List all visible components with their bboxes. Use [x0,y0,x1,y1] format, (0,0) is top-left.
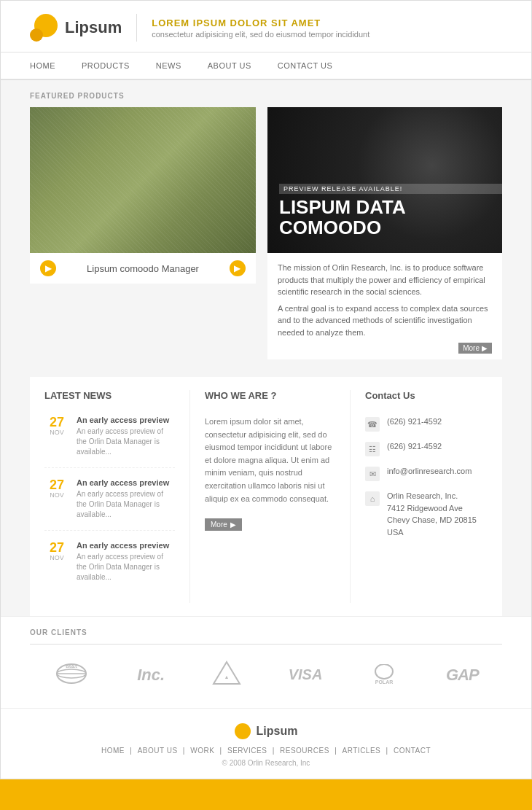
col-contact: Contact Us ☎ (626) 921-4592 ☷ (626) 921-… [351,390,502,603]
hero-title: LISPUM DATA COMOODO [279,197,502,238]
footer-logo-text: Lipsum [257,725,298,738]
featured-desc: The mission of Orlin Research, Inc. is t… [267,253,502,359]
address-icon: ⌂ [365,491,380,506]
news-excerpt-2: An early access preview of the Orlin Dat… [77,489,175,520]
visa-logo: VISA [289,666,323,683]
featured-label: FEATURED PRODUCTS [30,92,502,100]
more-btn[interactable]: More ▶ [458,343,492,354]
featured-grid: ▶ Lipsum comoodo Manager ▶ PREVIEW RELEA… [30,107,502,359]
svg-text:▲: ▲ [224,674,229,679]
news-month-3: NOV [44,554,69,561]
nav-home[interactable]: HOME [30,52,69,79]
contact-address: Orlin Research, Inc. 7412 Ridgewood Ave … [387,490,477,538]
logo-text: Lipsum [65,18,122,37]
contact-email-item: ✉ info@orlinresearch.com [365,465,488,481]
caption-text: Lipsum comoodo Manager [87,263,199,274]
footer-nav-resources[interactable]: RESOURCES [280,747,329,755]
contact-email: info@orlinresearch.com [387,465,472,478]
news-day-2: 27 [44,478,69,491]
news-date-2: 27 NOV [44,478,69,520]
footer-nav-articles[interactable]: ARTICLES [343,747,381,755]
svg-text:at&t: at&t [66,663,78,669]
gap-logo: GAP [446,666,479,685]
polar-logo: POLAR [369,664,399,686]
news-item-1: 27 NOV An early access preview An early … [44,416,175,468]
footer-logo: Lipsum [30,723,502,739]
tagline-title: LOREM IPSUM DOLOR SIT AMET [152,17,369,28]
featured-caption: ▶ Lipsum comoodo Manager ▶ [30,253,256,284]
arrow-logo: ▲ [212,661,241,689]
page-wrapper: Lipsum LOREM IPSUM DOLOR SIT AMET consec… [0,0,532,810]
footer-copyright: © 2008 Orlin Research, Inc [30,759,502,767]
hero-text-overlay: PREVIEW RELEASE AVAILABLE! LISPUM DATA C… [279,184,502,238]
news-item-3: 27 NOV An early access preview An early … [44,541,175,593]
logo-area: Lipsum [30,14,137,42]
site-wrapper: Lipsum LOREM IPSUM DOLOR SIT AMET consec… [0,0,532,779]
news-content-2: An early access preview An early access … [77,478,175,520]
who-more-btn[interactable]: More ▶ [205,518,242,531]
email-icon: ✉ [365,467,380,481]
news-date-1: 27 NOV [44,416,69,457]
featured-left: ▶ Lipsum comoodo Manager ▶ [30,107,256,359]
footer-nav-about[interactable]: ABOUT US [138,747,178,755]
who-text: Lorem ipsum dolor sit amet, consectetur … [205,416,335,505]
news-month-2: NOV [44,491,69,499]
fax-icon: ☷ [365,442,380,456]
nav-about[interactable]: ABOUT US [195,52,265,79]
col-news: LATEST NEWS 27 NOV An early access previ… [30,390,190,603]
prev-arrow[interactable]: ▶ [40,260,56,276]
news-content-3: An early access preview An early access … [77,541,175,583]
arrow-icon: ▲ [212,661,241,686]
news-title-1: An early access preview [77,416,175,424]
clients-label: OUR CLIENTS [30,628,502,636]
featured-wrapper: FEATURED PRODUCTS ▶ Lipsum comoodo Manag… [1,80,531,359]
news-date-3: 27 NOV [44,541,69,583]
three-cols: LATEST NEWS 27 NOV An early access previ… [30,377,502,616]
footer-logo-circle [235,723,251,739]
clients-section: OUR CLIENTS at&t Inc. [1,616,531,708]
news-day-1: 27 [44,416,69,429]
header-tagline: LOREM IPSUM DOLOR SIT AMET consectetur a… [152,17,369,39]
news-title: LATEST NEWS [44,390,175,405]
contact-phone-item: ☎ (626) 921-4592 [365,416,488,432]
hero-badge: PREVIEW RELEASE AVAILABLE! [279,184,502,194]
nav-products[interactable]: PRODUCTS [69,52,143,79]
footer-nav-home[interactable]: HOME [101,747,125,755]
news-day-3: 27 [44,541,69,554]
svg-marker-4 [214,662,240,684]
phone-icon: ☎ [365,417,380,432]
more-link[interactable]: More ▶ [278,343,492,354]
who-title: WHO WE ARE ? [205,390,335,405]
yellow-banner: LIPSUM Website Design Template PSD From … [0,779,532,810]
next-arrow[interactable]: ▶ [230,260,246,276]
news-excerpt-3: An early access preview of the Orlin Dat… [77,552,175,583]
site-header: Lipsum LOREM IPSUM DOLOR SIT AMET consec… [1,1,531,52]
nav-contact[interactable]: CONTACT US [265,52,346,79]
svg-point-6 [375,664,393,679]
news-excerpt-1: An early access preview of the Orlin Dat… [77,427,175,457]
news-title-3: An early access preview [77,541,175,550]
footer-nav-contact[interactable]: CONTACT [394,747,431,755]
news-title-2: An early access preview [77,478,175,487]
cactus-spines [30,107,256,253]
inc-logo: Inc. [137,666,165,685]
att-icon: at&t [53,661,90,686]
logo-circle-small [30,28,43,42]
news-month-1: NOV [44,429,69,436]
tagline-sub: consectetur adipisicing elit, sed do eiu… [152,30,369,39]
site-nav: HOME PRODUCTS NEWS ABOUT US CONTACT US [1,52,531,80]
svg-text:POLAR: POLAR [375,679,394,685]
footer-nav-work[interactable]: WORK [190,747,214,755]
footer-nav: HOME | ABOUT US | WORK | SERVICES | RESO… [30,747,502,755]
nav-news[interactable]: NEWS [143,52,195,79]
featured-desc-2: A central goal is to expand access to co… [278,303,492,339]
cactus-bg [30,107,256,253]
polar-icon: POLAR [369,664,399,686]
footer-nav-services[interactable]: SERVICES [227,747,267,755]
news-content-1: An early access preview An early access … [77,416,175,457]
logo-icon [30,14,58,42]
contact-fax-item: ☷ (626) 921-4592 [365,440,488,456]
clients-divider [30,644,502,645]
contact-phone: (626) 921-4592 [387,416,442,428]
news-item-2: 27 NOV An early access preview An early … [44,478,175,531]
